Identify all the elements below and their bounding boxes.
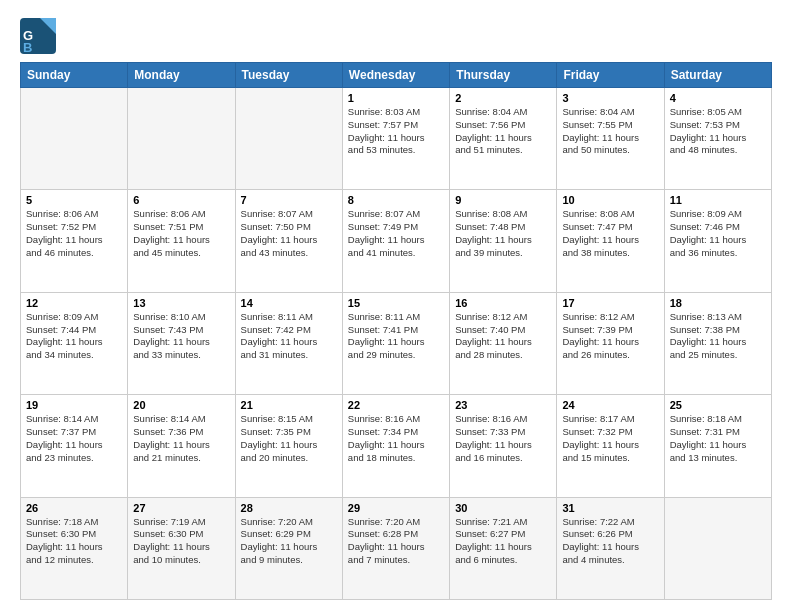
calendar-cell: 1Sunrise: 8:03 AM Sunset: 7:57 PM Daylig…: [342, 88, 449, 190]
cell-info: Sunrise: 8:09 AM Sunset: 7:46 PM Dayligh…: [670, 208, 766, 259]
calendar-cell: 28Sunrise: 7:20 AM Sunset: 6:29 PM Dayli…: [235, 497, 342, 599]
cell-info: Sunrise: 8:05 AM Sunset: 7:53 PM Dayligh…: [670, 106, 766, 157]
calendar-cell: 11Sunrise: 8:09 AM Sunset: 7:46 PM Dayli…: [664, 190, 771, 292]
weekday-header: Sunday: [21, 63, 128, 88]
calendar-cell: 6Sunrise: 8:06 AM Sunset: 7:51 PM Daylig…: [128, 190, 235, 292]
cell-info: Sunrise: 7:20 AM Sunset: 6:29 PM Dayligh…: [241, 516, 337, 567]
calendar-cell: 16Sunrise: 8:12 AM Sunset: 7:40 PM Dayli…: [450, 292, 557, 394]
cell-info: Sunrise: 8:06 AM Sunset: 7:52 PM Dayligh…: [26, 208, 122, 259]
day-number: 22: [348, 399, 444, 411]
cell-info: Sunrise: 8:11 AM Sunset: 7:42 PM Dayligh…: [241, 311, 337, 362]
day-number: 6: [133, 194, 229, 206]
day-number: 15: [348, 297, 444, 309]
day-number: 20: [133, 399, 229, 411]
calendar-cell: 5Sunrise: 8:06 AM Sunset: 7:52 PM Daylig…: [21, 190, 128, 292]
day-number: 31: [562, 502, 658, 514]
cell-info: Sunrise: 8:07 AM Sunset: 7:49 PM Dayligh…: [348, 208, 444, 259]
cell-info: Sunrise: 7:19 AM Sunset: 6:30 PM Dayligh…: [133, 516, 229, 567]
cell-info: Sunrise: 8:04 AM Sunset: 7:55 PM Dayligh…: [562, 106, 658, 157]
weekday-header: Tuesday: [235, 63, 342, 88]
calendar-cell: 4Sunrise: 8:05 AM Sunset: 7:53 PM Daylig…: [664, 88, 771, 190]
cell-info: Sunrise: 8:17 AM Sunset: 7:32 PM Dayligh…: [562, 413, 658, 464]
day-number: 4: [670, 92, 766, 104]
day-number: 14: [241, 297, 337, 309]
cell-info: Sunrise: 8:15 AM Sunset: 7:35 PM Dayligh…: [241, 413, 337, 464]
calendar-cell: 12Sunrise: 8:09 AM Sunset: 7:44 PM Dayli…: [21, 292, 128, 394]
day-number: 23: [455, 399, 551, 411]
cell-info: Sunrise: 8:18 AM Sunset: 7:31 PM Dayligh…: [670, 413, 766, 464]
cell-info: Sunrise: 8:12 AM Sunset: 7:39 PM Dayligh…: [562, 311, 658, 362]
cell-info: Sunrise: 8:06 AM Sunset: 7:51 PM Dayligh…: [133, 208, 229, 259]
header: GB: [20, 18, 772, 54]
cell-info: Sunrise: 8:14 AM Sunset: 7:36 PM Dayligh…: [133, 413, 229, 464]
day-number: 19: [26, 399, 122, 411]
calendar-cell: 25Sunrise: 8:18 AM Sunset: 7:31 PM Dayli…: [664, 395, 771, 497]
cell-info: Sunrise: 7:20 AM Sunset: 6:28 PM Dayligh…: [348, 516, 444, 567]
weekday-header: Thursday: [450, 63, 557, 88]
cell-info: Sunrise: 7:21 AM Sunset: 6:27 PM Dayligh…: [455, 516, 551, 567]
week-row: 5Sunrise: 8:06 AM Sunset: 7:52 PM Daylig…: [21, 190, 772, 292]
cell-info: Sunrise: 8:04 AM Sunset: 7:56 PM Dayligh…: [455, 106, 551, 157]
day-number: 3: [562, 92, 658, 104]
calendar-cell: 14Sunrise: 8:11 AM Sunset: 7:42 PM Dayli…: [235, 292, 342, 394]
calendar-cell: 24Sunrise: 8:17 AM Sunset: 7:32 PM Dayli…: [557, 395, 664, 497]
calendar-cell: 31Sunrise: 7:22 AM Sunset: 6:26 PM Dayli…: [557, 497, 664, 599]
day-number: 12: [26, 297, 122, 309]
calendar-cell: 19Sunrise: 8:14 AM Sunset: 7:37 PM Dayli…: [21, 395, 128, 497]
calendar-cell: 30Sunrise: 7:21 AM Sunset: 6:27 PM Dayli…: [450, 497, 557, 599]
day-number: 13: [133, 297, 229, 309]
week-row: 1Sunrise: 8:03 AM Sunset: 7:57 PM Daylig…: [21, 88, 772, 190]
cell-info: Sunrise: 8:14 AM Sunset: 7:37 PM Dayligh…: [26, 413, 122, 464]
day-number: 2: [455, 92, 551, 104]
cell-info: Sunrise: 8:16 AM Sunset: 7:34 PM Dayligh…: [348, 413, 444, 464]
week-row: 26Sunrise: 7:18 AM Sunset: 6:30 PM Dayli…: [21, 497, 772, 599]
calendar-cell: 10Sunrise: 8:08 AM Sunset: 7:47 PM Dayli…: [557, 190, 664, 292]
day-number: 1: [348, 92, 444, 104]
day-number: 29: [348, 502, 444, 514]
cell-info: Sunrise: 8:08 AM Sunset: 7:48 PM Dayligh…: [455, 208, 551, 259]
calendar-cell: 15Sunrise: 8:11 AM Sunset: 7:41 PM Dayli…: [342, 292, 449, 394]
day-number: 27: [133, 502, 229, 514]
calendar-cell: 9Sunrise: 8:08 AM Sunset: 7:48 PM Daylig…: [450, 190, 557, 292]
cell-info: Sunrise: 7:22 AM Sunset: 6:26 PM Dayligh…: [562, 516, 658, 567]
cell-info: Sunrise: 8:12 AM Sunset: 7:40 PM Dayligh…: [455, 311, 551, 362]
weekday-header: Monday: [128, 63, 235, 88]
calendar-cell: 29Sunrise: 7:20 AM Sunset: 6:28 PM Dayli…: [342, 497, 449, 599]
day-number: 21: [241, 399, 337, 411]
calendar-cell: [235, 88, 342, 190]
day-number: 10: [562, 194, 658, 206]
day-number: 7: [241, 194, 337, 206]
calendar-cell: 13Sunrise: 8:10 AM Sunset: 7:43 PM Dayli…: [128, 292, 235, 394]
week-row: 19Sunrise: 8:14 AM Sunset: 7:37 PM Dayli…: [21, 395, 772, 497]
day-number: 9: [455, 194, 551, 206]
calendar-cell: 8Sunrise: 8:07 AM Sunset: 7:49 PM Daylig…: [342, 190, 449, 292]
day-number: 17: [562, 297, 658, 309]
cell-info: Sunrise: 8:11 AM Sunset: 7:41 PM Dayligh…: [348, 311, 444, 362]
cell-info: Sunrise: 8:10 AM Sunset: 7:43 PM Dayligh…: [133, 311, 229, 362]
calendar-table: SundayMondayTuesdayWednesdayThursdayFrid…: [20, 62, 772, 600]
day-number: 28: [241, 502, 337, 514]
day-number: 25: [670, 399, 766, 411]
day-number: 5: [26, 194, 122, 206]
cell-info: Sunrise: 8:13 AM Sunset: 7:38 PM Dayligh…: [670, 311, 766, 362]
day-number: 18: [670, 297, 766, 309]
calendar-cell: 26Sunrise: 7:18 AM Sunset: 6:30 PM Dayli…: [21, 497, 128, 599]
weekday-header: Saturday: [664, 63, 771, 88]
day-number: 26: [26, 502, 122, 514]
cell-info: Sunrise: 8:08 AM Sunset: 7:47 PM Dayligh…: [562, 208, 658, 259]
calendar-cell: 2Sunrise: 8:04 AM Sunset: 7:56 PM Daylig…: [450, 88, 557, 190]
day-number: 8: [348, 194, 444, 206]
cell-info: Sunrise: 7:18 AM Sunset: 6:30 PM Dayligh…: [26, 516, 122, 567]
calendar-cell: 23Sunrise: 8:16 AM Sunset: 7:33 PM Dayli…: [450, 395, 557, 497]
calendar-cell: 7Sunrise: 8:07 AM Sunset: 7:50 PM Daylig…: [235, 190, 342, 292]
weekday-header: Wednesday: [342, 63, 449, 88]
calendar-cell: 17Sunrise: 8:12 AM Sunset: 7:39 PM Dayli…: [557, 292, 664, 394]
svg-text:B: B: [23, 40, 32, 54]
calendar-cell: [21, 88, 128, 190]
weekday-header: Friday: [557, 63, 664, 88]
cell-info: Sunrise: 8:07 AM Sunset: 7:50 PM Dayligh…: [241, 208, 337, 259]
calendar-cell: 22Sunrise: 8:16 AM Sunset: 7:34 PM Dayli…: [342, 395, 449, 497]
calendar-cell: 18Sunrise: 8:13 AM Sunset: 7:38 PM Dayli…: [664, 292, 771, 394]
logo: GB: [20, 18, 60, 54]
day-number: 16: [455, 297, 551, 309]
